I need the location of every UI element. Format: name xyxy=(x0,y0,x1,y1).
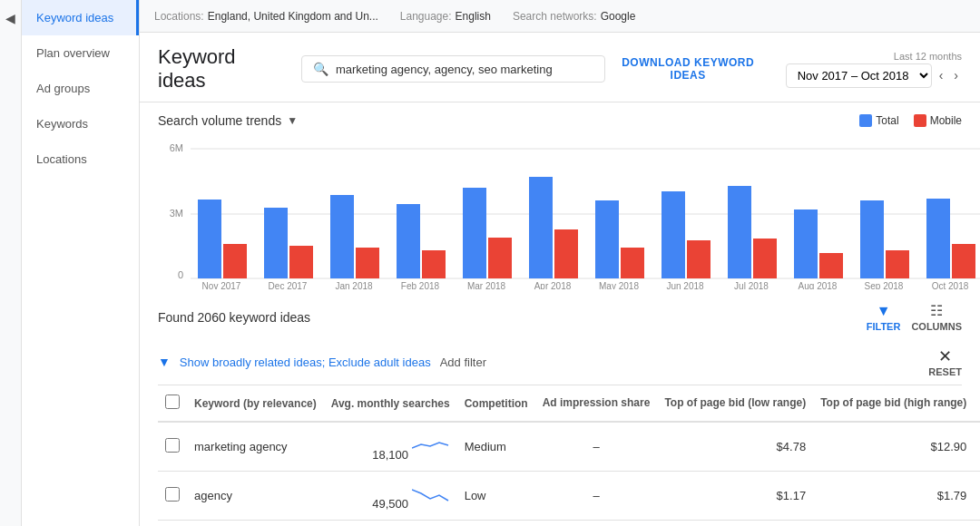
svg-rect-22 xyxy=(554,229,578,278)
date-next-button[interactable]: › xyxy=(950,66,962,84)
col-ad-impression: Ad impression share xyxy=(535,385,658,422)
legend-total-color xyxy=(859,114,872,127)
svg-text:Jun 2018: Jun 2018 xyxy=(666,281,704,289)
language-value: English xyxy=(456,10,491,23)
svg-text:Oct 2018: Oct 2018 xyxy=(932,281,969,289)
svg-rect-9 xyxy=(264,208,288,278)
svg-text:Feb 2018: Feb 2018 xyxy=(401,281,440,289)
search-icon: 🔍 xyxy=(313,62,328,76)
row-ad-impression: – xyxy=(535,472,658,521)
row-checkbox-cell[interactable] xyxy=(158,521,187,527)
svg-text:3M: 3M xyxy=(170,208,183,219)
date-label: Last 12 months xyxy=(894,51,962,62)
language-label: Language: xyxy=(400,10,452,23)
sidebar-toggle[interactable]: ◀ xyxy=(0,0,22,526)
row-keyword: marketing agency xyxy=(187,422,324,472)
networks-label: Search networks: xyxy=(513,10,597,23)
col-competition: Competition xyxy=(457,385,535,422)
svg-rect-39 xyxy=(926,199,950,278)
search-input[interactable] xyxy=(336,63,593,76)
date-range-select[interactable]: Nov 2017 – Oct 2018 xyxy=(786,63,932,88)
row-avg-monthly: 49,500 xyxy=(324,472,457,521)
svg-text:Nov 2017: Nov 2017 xyxy=(202,281,241,289)
select-all-header[interactable] xyxy=(158,385,187,422)
topbar-language: Language: English xyxy=(400,10,491,23)
legend-mobile: Mobile xyxy=(914,114,962,127)
svg-rect-30 xyxy=(728,186,751,278)
svg-text:Aug 2018: Aug 2018 xyxy=(799,281,838,289)
svg-rect-18 xyxy=(463,188,486,278)
table-section: Found 2060 keyword ideas ▼ FILTER ☷ COLU… xyxy=(140,289,980,526)
svg-text:Mar 2018: Mar 2018 xyxy=(467,281,506,289)
reset-button[interactable]: ✕ RESET xyxy=(928,346,962,377)
filter-icon: ▼ xyxy=(877,303,891,319)
row-avg-monthly: 18,100 xyxy=(324,422,457,472)
svg-rect-6 xyxy=(198,200,221,278)
svg-rect-12 xyxy=(330,195,354,278)
svg-rect-33 xyxy=(794,209,818,278)
download-button[interactable]: DOWNLOAD KEYWORD IDEAS xyxy=(605,56,771,82)
topbar-networks: Search networks: Google xyxy=(513,10,635,23)
row-checkbox[interactable] xyxy=(165,487,180,502)
row-account-status xyxy=(974,521,980,527)
close-icon: ✕ xyxy=(938,346,952,366)
add-filter-link[interactable]: Add filter xyxy=(440,356,486,369)
row-checkbox-cell[interactable] xyxy=(158,422,187,472)
chart-section: Search volume trends ▼ Total Mobile xyxy=(140,102,980,289)
svg-rect-28 xyxy=(687,240,710,278)
sidebar-item-ad-groups[interactable]: Ad groups xyxy=(22,71,139,106)
sidebar-item-plan-overview[interactable]: Plan overview xyxy=(22,35,139,71)
row-checkbox[interactable] xyxy=(165,438,180,453)
svg-text:Dec 2017: Dec 2017 xyxy=(269,281,308,289)
col-account-status: Account status xyxy=(974,385,980,422)
svg-text:Jan 2018: Jan 2018 xyxy=(335,281,373,289)
filter-link[interactable]: Show broadly related ideas; Exclude adul… xyxy=(180,356,431,369)
svg-rect-10 xyxy=(289,246,313,278)
svg-text:Sep 2018: Sep 2018 xyxy=(865,281,904,289)
locations-label: Locations: xyxy=(154,10,204,23)
svg-text:May 2018: May 2018 xyxy=(599,281,639,289)
main-content: Locations: England, United Kingdom and U… xyxy=(140,0,980,526)
columns-button[interactable]: ☷ COLUMNS xyxy=(911,302,962,332)
svg-rect-13 xyxy=(356,248,379,278)
svg-rect-36 xyxy=(860,200,884,278)
bar-chart: 6M 3M 0 Nov 2017 xyxy=(158,135,980,289)
row-competition: Medium xyxy=(457,422,535,472)
trend-sparkline xyxy=(412,481,450,508)
legend-total: Total xyxy=(859,114,898,127)
row-account-status xyxy=(974,422,980,472)
svg-rect-19 xyxy=(488,238,512,278)
sidebar-item-keyword-ideas[interactable]: Keyword ideas xyxy=(22,0,139,35)
filter-row: ▼ Show broadly related ideas; Exclude ad… xyxy=(158,339,962,385)
svg-text:6M: 6M xyxy=(170,142,183,153)
row-top-bid-high: $22.90 xyxy=(813,521,974,527)
search-bar[interactable]: 🔍 xyxy=(301,55,605,83)
svg-text:0: 0 xyxy=(178,269,183,280)
row-keyword: agency xyxy=(187,472,324,521)
row-checkbox-cell[interactable] xyxy=(158,472,187,521)
date-prev-button[interactable]: ‹ xyxy=(936,66,947,84)
chart-header: Search volume trends ▼ Total Mobile xyxy=(158,113,962,128)
legend-mobile-label: Mobile xyxy=(930,114,962,127)
content-area: Keyword ideas 🔍 DOWNLOAD KEYWORD IDEAS L… xyxy=(140,33,980,526)
filter-button[interactable]: ▼ FILTER xyxy=(867,303,901,332)
col-keyword: Keyword (by relevance) xyxy=(187,385,324,422)
chart-area: 6M 3M 0 Nov 2017 xyxy=(158,135,962,289)
filter-funnel-icon: ▼ xyxy=(158,355,171,369)
row-top-bid-low: $10.82 xyxy=(657,521,813,527)
svg-rect-34 xyxy=(819,253,843,278)
locations-value: England, United Kingdom and Un... xyxy=(208,10,378,23)
svg-rect-37 xyxy=(886,250,909,278)
svg-rect-15 xyxy=(397,204,420,278)
row-ad-impression: – xyxy=(535,422,658,472)
topbar: Locations: England, United Kingdom and U… xyxy=(140,0,980,33)
sidebar-item-keywords[interactable]: Keywords xyxy=(22,106,139,141)
row-top-bid-low: $4.78 xyxy=(657,422,813,472)
found-text: Found 2060 keyword ideas xyxy=(158,310,310,325)
sidebar-item-locations[interactable]: Locations xyxy=(22,141,139,177)
svg-rect-24 xyxy=(595,200,619,278)
select-all-checkbox[interactable] xyxy=(165,394,180,409)
columns-icon: ☷ xyxy=(930,302,943,319)
chart-dropdown-icon[interactable]: ▼ xyxy=(287,114,298,127)
table-header-row: Found 2060 keyword ideas ▼ FILTER ☷ COLU… xyxy=(158,289,962,339)
